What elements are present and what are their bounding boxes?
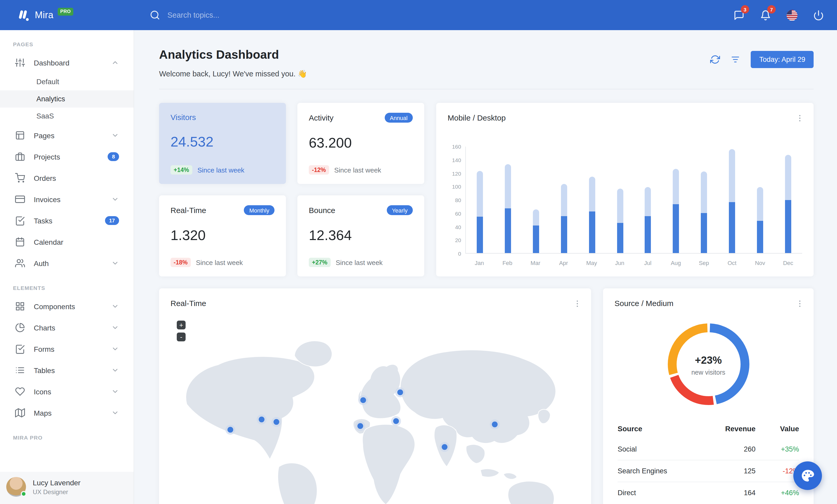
map-marker-midwest-us[interactable] [256, 415, 266, 425]
table-row-search-engines: Search Engines125-12% [618, 460, 799, 482]
language-button[interactable] [785, 9, 798, 21]
filter-button[interactable] [730, 54, 741, 65]
sidebar-item-tables[interactable]: Tables [0, 359, 133, 381]
bar-desktop-segment [561, 184, 567, 217]
sidebar-item-charts[interactable]: Charts [0, 317, 133, 338]
stat-delta-chip: -12% [309, 165, 329, 174]
stat-period-badge[interactable]: Yearly [387, 205, 413, 215]
map-zoom-out-button[interactable]: - [177, 333, 185, 341]
chevron-down-icon [111, 409, 119, 417]
sidebar-subitem-default[interactable]: Default [0, 73, 133, 90]
main-content: Analytics Dashboard Welcome back, Lucy! … [134, 30, 837, 504]
pages-icon [15, 130, 25, 140]
stat-title: Bounce [309, 206, 335, 214]
panel-menu-button[interactable] [794, 113, 805, 125]
panel-menu-button[interactable] [571, 299, 583, 310]
tasks-icon [15, 216, 25, 225]
navbar-search [150, 10, 732, 20]
world-map[interactable] [170, 324, 581, 504]
bar-desktop-segment [617, 189, 623, 223]
month-label: Oct [718, 260, 746, 266]
stat-value: 12.364 [309, 228, 413, 244]
map-marker-spain[interactable] [355, 421, 365, 431]
stat-period-badge[interactable]: Annual [385, 113, 413, 123]
stat-period-badge[interactable]: Monthly [244, 205, 274, 215]
sidebar-item-projects[interactable]: Projects8 [0, 146, 133, 167]
power-icon [813, 10, 824, 20]
search-input[interactable] [167, 11, 334, 19]
bar-slot-jul[interactable] [634, 147, 662, 253]
bar-slot-aug[interactable] [662, 147, 690, 253]
sidebar-user[interactable]: Lucy Lavender UX Designer [0, 472, 133, 504]
sidebar-item-orders[interactable]: Orders [0, 167, 133, 189]
icons-icon [15, 387, 25, 396]
stat-card-real-time: Real-TimeMonthly1.320-18%Since last week [159, 195, 286, 276]
map-marker-california[interactable] [225, 425, 235, 435]
date-button[interactable]: Today: April 29 [751, 51, 814, 68]
x-axis-labels: JanFebMarAprMayJunJulAugSepOctNovDec [465, 260, 802, 266]
messages-button[interactable]: 3 [732, 9, 745, 21]
bar-slot-jun[interactable] [606, 147, 634, 253]
bar-slot-dec[interactable] [774, 147, 802, 253]
chevron-down-icon [111, 259, 119, 267]
map-marker-china[interactable] [490, 419, 500, 429]
notifications-button[interactable]: 7 [759, 9, 771, 21]
brand[interactable]: Mira PRO [0, 8, 134, 22]
bar-slot-jan[interactable] [466, 147, 494, 253]
map-marker-london[interactable] [358, 395, 368, 405]
donut-chart: +23% new visitors [663, 318, 754, 412]
map-marker-turkey[interactable] [391, 416, 401, 426]
user-name: Lucy Lavender [33, 478, 81, 487]
refresh-button[interactable] [709, 54, 721, 65]
col-header-value: Value [755, 419, 799, 438]
sidebar-item-icons[interactable]: Icons [0, 381, 133, 402]
bar-slot-mar[interactable] [522, 147, 550, 253]
bar-slot-sep[interactable] [690, 147, 718, 253]
sidebar-item-tasks[interactable]: Tasks17 [0, 210, 133, 231]
kebab-icon [795, 299, 804, 308]
stacked-bar [757, 187, 763, 253]
y-tick: 0 [458, 250, 461, 257]
stat-cards: Visitors24.532+14%Since last weekActivit… [159, 103, 424, 276]
map-marker-new-york[interactable] [271, 417, 281, 427]
mira-logo-icon [17, 8, 30, 22]
stacked-bar [645, 187, 651, 253]
panel-menu-button[interactable] [794, 299, 805, 310]
bar-slot-nov[interactable] [746, 147, 774, 253]
sidebar-item-pages[interactable]: Pages [0, 125, 133, 146]
bar-desktop-segment [729, 149, 735, 202]
bar-slot-may[interactable] [578, 147, 606, 253]
bar-mobile-segment [533, 225, 539, 253]
sidebar-subitem-saas[interactable]: SaaS [0, 108, 133, 125]
sidebar-item-invoices[interactable]: Invoices [0, 189, 133, 210]
map-marker-moscow[interactable] [395, 387, 405, 397]
sidebar-section-label: ELEMENTS [0, 274, 133, 296]
stat-value: 24.532 [171, 134, 274, 150]
table-row-direct: Direct164+46% [618, 482, 799, 503]
map-marker-india[interactable] [440, 442, 449, 452]
logout-button[interactable] [812, 9, 824, 21]
palette-icon [801, 469, 815, 483]
sidebar-item-dashboard[interactable]: Dashboard [0, 52, 133, 73]
sidebar-badge: 8 [108, 152, 119, 161]
y-tick: 100 [452, 184, 461, 190]
panel-title: Real-Time [171, 299, 206, 307]
bar-desktop-segment [673, 169, 679, 204]
bar-slot-oct[interactable] [718, 147, 746, 253]
stacked-bar [729, 149, 735, 253]
sidebar-item-auth[interactable]: Auth [0, 253, 133, 274]
map-zoom-in-button[interactable]: + [177, 321, 185, 330]
sidebar-item-maps[interactable]: Maps [0, 402, 133, 424]
sidebar-item-forms[interactable]: Forms [0, 338, 133, 359]
bar-slot-feb[interactable] [494, 147, 522, 253]
bar-slot-apr[interactable] [550, 147, 578, 253]
sidebar-item-calendar[interactable]: Calendar [0, 231, 133, 253]
bar-mobile-segment [477, 217, 483, 253]
page-subtitle: Welcome back, Lucy! We've missed you. 👋 [159, 70, 307, 78]
bar-mobile-segment [701, 213, 707, 253]
sidebar-subitem-analytics[interactable]: Analytics [0, 90, 133, 108]
month-label: Sep [690, 260, 718, 266]
col-header-revenue: Revenue [699, 419, 755, 438]
sidebar-item-components[interactable]: Components [0, 296, 133, 317]
theme-settings-fab[interactable] [793, 461, 822, 490]
